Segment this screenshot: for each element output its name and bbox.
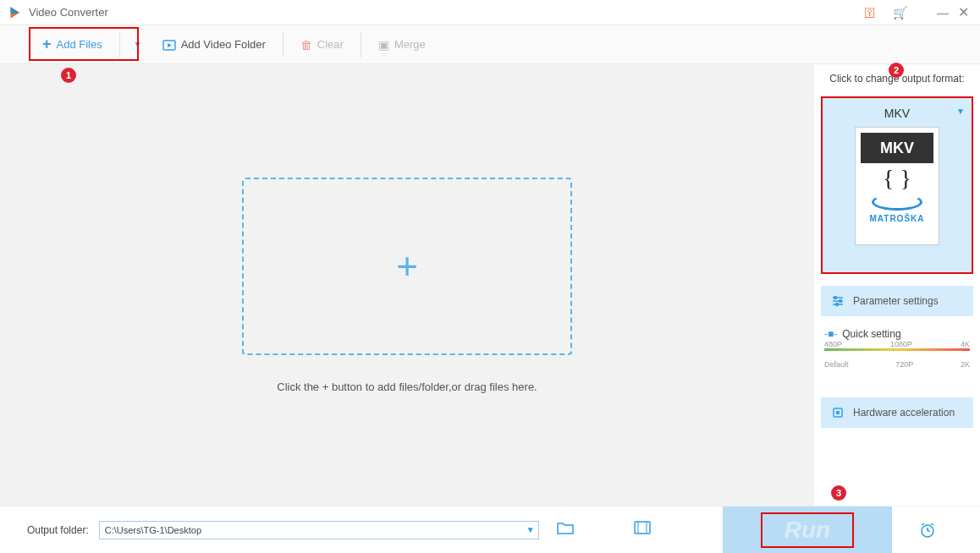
format-card-swirl-icon bbox=[872, 194, 922, 211]
quick-setting-section: -■- Quick setting 480P 1080P 4K Default … bbox=[821, 328, 973, 370]
tick-label: 1080P bbox=[890, 340, 912, 348]
folder-video-icon bbox=[162, 38, 176, 52]
right-panel: 2 Click to change output format: MKV ▼ M… bbox=[814, 64, 980, 506]
tick-label: 480P bbox=[824, 340, 842, 348]
trash-icon: 🗑 bbox=[300, 38, 312, 52]
svg-point-5 bbox=[840, 300, 842, 303]
quick-setting-icon: -■- bbox=[824, 328, 837, 340]
annotation-badge-2: 2 bbox=[889, 63, 904, 78]
add-files-button[interactable]: + Add Files bbox=[30, 25, 114, 63]
add-video-folder-button[interactable]: Add Video Folder bbox=[151, 25, 278, 63]
format-card-brand: MATROŠKA bbox=[869, 214, 924, 223]
annotation-badge-3: 3 bbox=[831, 485, 846, 501]
main-area: + Click the + button to add files/folder… bbox=[0, 64, 980, 506]
drop-stage: + Click the + button to add files/folder… bbox=[0, 64, 814, 506]
add-folder-label: Add Video Folder bbox=[181, 38, 266, 51]
minimize-button[interactable]: — bbox=[933, 6, 953, 19]
output-folder-input[interactable]: C:\Users\TG-1\Desktop ▼ bbox=[99, 521, 539, 539]
browse-video-button[interactable] bbox=[634, 521, 651, 539]
toolbar: + Add Files ▼ Add Video Folder 🗑 Clear ▣… bbox=[0, 25, 980, 64]
svg-point-4 bbox=[834, 297, 837, 299]
tick-label: Default bbox=[824, 360, 849, 369]
merge-icon: ▣ bbox=[378, 38, 389, 52]
run-button[interactable]: Run bbox=[723, 506, 892, 554]
chevron-down-icon: ▼ bbox=[956, 107, 965, 116]
svg-rect-9 bbox=[635, 522, 650, 534]
schedule-button[interactable] bbox=[902, 506, 953, 554]
svg-point-6 bbox=[836, 304, 839, 306]
alarm-clock-icon bbox=[918, 521, 937, 539]
parameter-settings-button[interactable]: Parameter settings bbox=[821, 286, 973, 316]
format-card-braces: { } bbox=[883, 165, 911, 192]
key-icon[interactable]: ⚿ bbox=[864, 6, 876, 19]
cart-icon[interactable]: 🛒 bbox=[893, 6, 907, 19]
plus-icon: + bbox=[42, 36, 52, 53]
output-folder-path: C:\Users\TG-1\Desktop bbox=[105, 525, 201, 535]
svg-rect-8 bbox=[836, 411, 840, 414]
quick-setting-header: -■- Quick setting bbox=[824, 328, 970, 340]
format-card: MKV { } MATROŠKA bbox=[855, 127, 939, 245]
format-label: MKV bbox=[884, 107, 910, 120]
add-files-dropdown[interactable]: ▼ bbox=[134, 40, 142, 49]
clear-label: Clear bbox=[317, 38, 344, 51]
drop-hint: Click the + button to add files/folder,o… bbox=[277, 381, 537, 393]
drop-zone[interactable]: + bbox=[242, 178, 572, 355]
sliders-icon bbox=[831, 294, 845, 308]
app-logo-icon bbox=[7, 5, 22, 20]
parameter-settings-label: Parameter settings bbox=[853, 295, 939, 307]
open-folder-button[interactable] bbox=[556, 520, 575, 539]
chevron-down-icon[interactable]: ▼ bbox=[526, 525, 535, 534]
toolbar-separator bbox=[361, 32, 361, 57]
toolbar-separator bbox=[119, 32, 120, 57]
tick-label: 4K bbox=[961, 340, 970, 348]
tick-label: 2K bbox=[961, 360, 970, 369]
svg-line-16 bbox=[931, 523, 933, 525]
app-title: Video Converter bbox=[29, 6, 864, 19]
merge-label: Merge bbox=[394, 38, 426, 51]
clear-button[interactable]: 🗑 Clear bbox=[289, 25, 355, 63]
toolbar-separator bbox=[283, 32, 284, 57]
annotation-badge-1: 1 bbox=[61, 68, 76, 83]
film-icon bbox=[634, 521, 651, 534]
svg-line-15 bbox=[922, 523, 924, 525]
titlebar: Video Converter ⚿ 🛒 — ✕ bbox=[0, 0, 980, 25]
chip-icon bbox=[831, 406, 845, 419]
quick-setting-label: Quick setting bbox=[842, 328, 900, 340]
output-folder-label: Output folder: bbox=[27, 524, 89, 536]
slider-ticks-top: 480P 1080P 4K bbox=[824, 340, 970, 348]
add-files-label: Add Files bbox=[57, 38, 102, 51]
bottom-bar: Output folder: C:\Users\TG-1\Desktop ▼ 3… bbox=[0, 506, 980, 553]
run-label: Run bbox=[785, 517, 830, 544]
drop-plus-icon: + bbox=[396, 245, 418, 287]
tick-label: 720P bbox=[895, 360, 913, 369]
slider-track bbox=[824, 348, 970, 351]
folder-open-icon bbox=[556, 520, 575, 535]
hardware-acceleration-button[interactable]: Hardware acceleration bbox=[821, 397, 973, 428]
slider-ticks-bottom: Default 720P 2K bbox=[824, 360, 970, 369]
merge-button[interactable]: ▣ Merge bbox=[366, 25, 438, 63]
hardware-acceleration-label: Hardware acceleration bbox=[853, 407, 955, 419]
quality-slider[interactable]: 480P 1080P 4K Default 720P 2K bbox=[824, 348, 970, 370]
output-format-selector[interactable]: MKV ▼ MKV { } MATROŠKA bbox=[821, 96, 973, 274]
close-button[interactable]: ✕ bbox=[953, 4, 973, 20]
format-card-header: MKV bbox=[861, 133, 933, 163]
